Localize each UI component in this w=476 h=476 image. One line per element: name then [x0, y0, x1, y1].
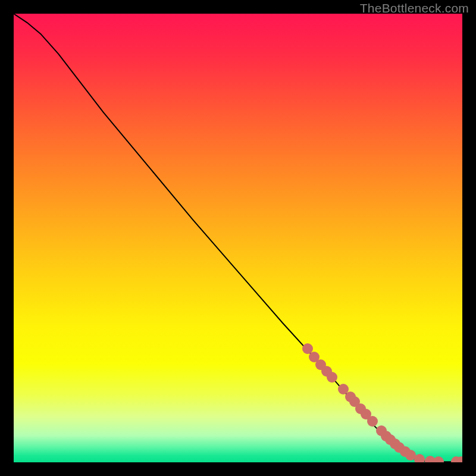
- data-point: [327, 372, 337, 383]
- data-point: [414, 454, 425, 462]
- chart-frame: TheBottleneck.com: [0, 0, 476, 476]
- data-point: [367, 416, 378, 427]
- plot-area: [14, 14, 462, 462]
- bottleneck-curve: [14, 14, 462, 462]
